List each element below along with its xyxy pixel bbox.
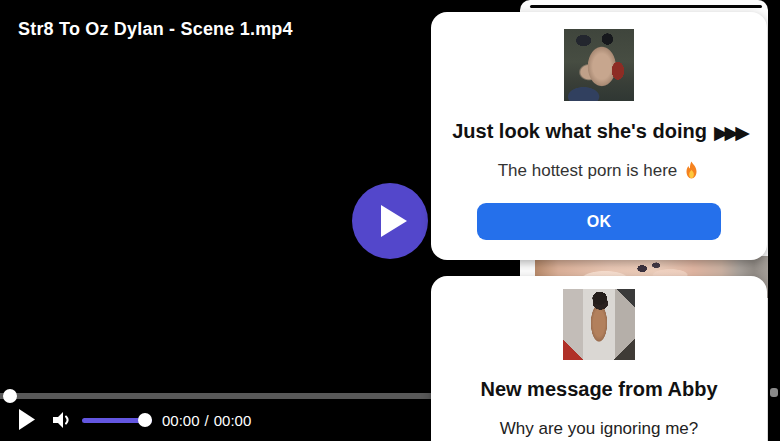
current-time: 00:00 xyxy=(162,412,200,429)
big-play-button[interactable] xyxy=(352,183,428,259)
triple-play-arrows-icon: ▶▶▶ xyxy=(714,121,746,144)
popup-new-message[interactable]: New message from Abby Why are you ignori… xyxy=(431,276,767,441)
popup-heading: Just look what she's doing▶▶▶ xyxy=(431,120,767,144)
message-text: Why are you ignoring me? xyxy=(431,419,767,439)
duration: 00:00 xyxy=(214,412,252,429)
video-title: Str8 To Oz Dylan - Scene 1.mp4 xyxy=(18,19,293,40)
time-display: 00:00 / 00:00 xyxy=(162,412,251,429)
ok-button-label: OK xyxy=(587,213,612,231)
page: Str8 To Oz Dylan - Scene 1.mp4 00:00 / 0… xyxy=(0,0,780,441)
play-button[interactable] xyxy=(18,408,36,435)
popup-hot-ad[interactable]: Just look what she's doing▶▶▶ The hottes… xyxy=(431,12,767,260)
play-icon xyxy=(381,205,407,237)
ok-button[interactable]: OK xyxy=(477,203,721,240)
play-icon xyxy=(18,408,36,431)
mute-button[interactable] xyxy=(51,409,73,435)
fire-icon xyxy=(683,161,700,179)
popup-thumbnail-image[interactable] xyxy=(564,29,634,101)
seek-thumb[interactable] xyxy=(3,389,17,403)
message-thumbnail-image[interactable] xyxy=(563,289,635,360)
page-scrollbar[interactable] xyxy=(768,0,780,441)
popup-subtitle-text: The hottest porn is here xyxy=(498,161,678,180)
time-separator: / xyxy=(205,412,209,429)
popup-heading-text: Just look what she's doing xyxy=(452,120,707,142)
scrollbar-thumb[interactable] xyxy=(770,388,778,397)
message-heading: New message from Abby xyxy=(431,378,767,401)
volume-thumb[interactable] xyxy=(138,413,152,427)
popup-subtitle: The hottest porn is here xyxy=(431,161,767,181)
panel-top-line xyxy=(530,5,762,8)
speaker-icon xyxy=(51,409,73,431)
